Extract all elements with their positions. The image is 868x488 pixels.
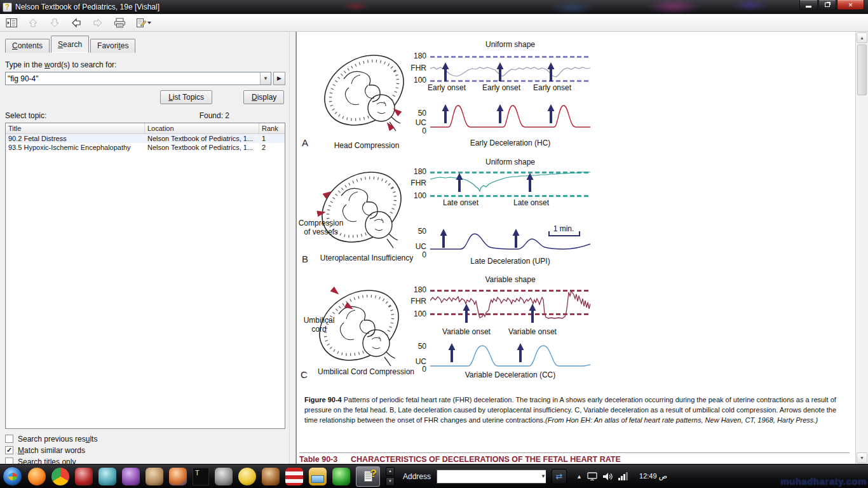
result-row[interactable]: 90.2 Fetal Distress Nelson Textbook of P… <box>6 134 285 143</box>
show-hidden-icons-chevron[interactable]: ▲ <box>576 473 582 480</box>
address-go-button[interactable]: ⇄ <box>552 469 567 484</box>
game-shortcut-icon[interactable] <box>169 468 187 485</box>
system-tray: ▲ 12:49 ص <box>576 472 667 481</box>
scale-bar <box>548 232 580 236</box>
onset-label: Late onset <box>505 198 558 207</box>
tab-contents[interactable]: Contents <box>5 39 50 53</box>
game-shortcut-icon[interactable] <box>285 468 303 485</box>
start-button[interactable] <box>3 466 22 486</box>
uc-upper-tick: 50 <box>398 109 426 118</box>
onset-label: Late onset <box>434 198 487 207</box>
fhr-180-line <box>430 56 590 58</box>
question-mark-icon: ? <box>370 468 377 480</box>
firefox-icon[interactable] <box>28 468 46 485</box>
toolbar-scroll-spinner[interactable]: ▲▼ <box>386 467 395 486</box>
onset-label: Early onset <box>420 83 473 92</box>
deceleration-label: Variable Deceleration (CC) <box>430 370 590 379</box>
fhr-tracing-late <box>430 168 590 197</box>
search-previous-results-checkbox[interactable]: Search previous results <box>5 434 285 444</box>
address-input[interactable] <box>437 470 541 483</box>
windows-logo-icon <box>8 473 17 480</box>
restore-button[interactable] <box>818 0 836 10</box>
onset-label: Variable onset <box>440 327 493 336</box>
onset-arrow-icon <box>442 62 449 81</box>
uc-axis-label: UC <box>398 118 426 127</box>
onset-label: Early onset <box>526 83 579 92</box>
fhr-tracing-early <box>430 60 590 81</box>
minimize-button[interactable] <box>799 0 818 10</box>
back-button[interactable] <box>69 16 84 30</box>
game-shortcut-icon[interactable] <box>238 468 256 485</box>
fhr-100-line <box>430 313 590 315</box>
uc-zero-tick: 0 <box>398 126 426 135</box>
game-shortcut-icon[interactable] <box>262 468 280 485</box>
onset-arrow-icon <box>496 62 504 81</box>
next-table-heading: Table 90-3 CHARACTERISTICS OF DECELERATI… <box>299 452 850 464</box>
column-header-title[interactable]: Title <box>6 123 145 133</box>
volume-icon[interactable] <box>602 472 613 481</box>
search-dropdown-button[interactable]: ▼ <box>260 72 271 85</box>
address-dropdown-button[interactable]: ▼ <box>541 470 546 483</box>
contraction-arrow-icon <box>440 229 447 248</box>
contraction-arrow-icon <box>517 343 524 362</box>
game-shortcut-icon[interactable] <box>122 468 140 485</box>
help-toolbar <box>0 14 868 32</box>
match-similar-words-checkbox[interactable]: Match similar words <box>5 445 285 455</box>
display-button[interactable]: Display <box>243 90 284 104</box>
print-icon <box>114 18 126 28</box>
cord-annotation: Umbilical cord <box>297 316 341 334</box>
options-icon <box>136 18 147 28</box>
pane-splitter[interactable] <box>289 32 296 464</box>
forward-button[interactable] <box>90 16 105 30</box>
shape-title: Uniform shape <box>430 40 590 49</box>
game-shortcut-icon[interactable] <box>215 468 233 485</box>
forward-arrow-icon <box>93 18 103 28</box>
screen: ? Nelson Textbook of Pediatrics, 19e [Vi… <box>0 0 868 488</box>
fhr-upper-tick: 180 <box>398 167 426 176</box>
address-combobox: ▼ <box>437 470 546 484</box>
navigation-pane: Contents Search Favorites Type in the wo… <box>0 32 289 464</box>
scroll-up-arrow[interactable]: ▲ <box>857 32 867 43</box>
scroll-down-arrow[interactable]: ▼ <box>857 452 867 463</box>
game-shortcut-icon[interactable] <box>98 468 116 485</box>
column-header-location[interactable]: Location <box>145 123 259 133</box>
boolean-operator-button[interactable]: ▶ <box>273 72 285 85</box>
contraction-arrow-icon <box>442 104 449 123</box>
game-shortcut-icon[interactable] <box>332 468 350 485</box>
options-button[interactable] <box>133 16 154 30</box>
column-header-rank[interactable]: Rank <box>259 123 285 133</box>
taskbar-clock[interactable]: 12:49 ص <box>634 472 667 480</box>
fhr-lower-tick: 100 <box>398 309 426 318</box>
list-topics-button[interactable]: List Topics <box>160 90 212 104</box>
fhr-100-line <box>430 80 590 82</box>
hide-panes-icon <box>6 18 18 28</box>
presentation-tray-icon[interactable] <box>587 472 597 480</box>
vertical-scrollbar[interactable]: ▲ ▼ <box>855 32 868 464</box>
hide-panes-button[interactable] <box>4 16 19 30</box>
game-shortcut-icon[interactable] <box>75 468 93 485</box>
fhr-tracing-variable <box>430 285 590 322</box>
previous-topic-button[interactable] <box>25 16 41 30</box>
network-signal-icon[interactable] <box>618 472 628 480</box>
onset-arrow-icon <box>526 173 534 192</box>
search-input[interactable] <box>6 72 260 85</box>
uc-upper-tick: 50 <box>398 342 426 351</box>
fhr-axis-label: FHR <box>398 64 426 72</box>
result-row[interactable]: 93.5 Hypoxic-Ischemic Encephalopathy Nel… <box>6 143 285 152</box>
game-shortcut-icon[interactable] <box>146 468 163 485</box>
up-arrow-icon <box>28 18 38 28</box>
panel-letter: B <box>302 254 308 264</box>
close-button[interactable]: ✕ <box>837 0 864 10</box>
taskbar-window-button[interactable]: T <box>193 468 209 485</box>
search-prompt-label: Type in the word(s) to search for: <box>5 60 285 69</box>
next-topic-button[interactable] <box>47 16 62 30</box>
print-button[interactable] <box>112 16 127 30</box>
tab-favorites[interactable]: Favorites <box>90 39 135 53</box>
dropdown-caret-icon <box>147 21 152 25</box>
onset-arrow-icon <box>463 304 470 323</box>
help-viewer-taskbar-button[interactable]: ? <box>356 466 380 487</box>
file-explorer-icon[interactable] <box>309 468 327 485</box>
chrome-icon[interactable] <box>51 468 69 485</box>
scroll-thumb[interactable] <box>857 44 867 95</box>
tab-search[interactable]: Search <box>51 36 89 53</box>
